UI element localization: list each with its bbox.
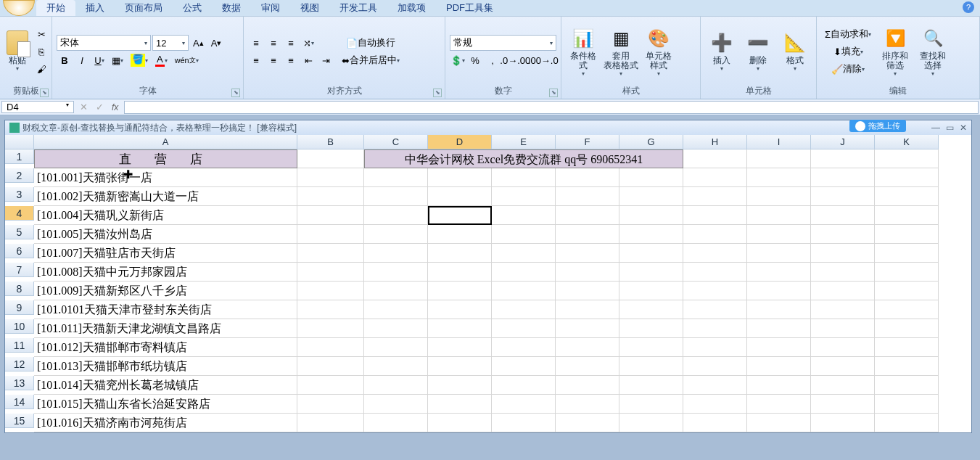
cell-K14[interactable] [875,395,939,414]
align-middle-button[interactable]: ≡ [265,35,281,51]
delete-cells-button[interactable]: ➖删除▾ [741,20,775,83]
cell-I11[interactable] [747,338,811,357]
name-box[interactable]: D4 ▾ [1,101,74,113]
cell-K7[interactable] [875,263,939,282]
cell-J14[interactable] [811,395,875,414]
cell-J12[interactable] [811,357,875,376]
cell-K6[interactable] [875,244,939,263]
cut-button[interactable]: ✂ [33,26,49,42]
tab-加载项[interactable]: 加载项 [387,0,436,16]
tab-插入[interactable]: 插入 [75,0,115,16]
dialog-launcher-icon[interactable]: ⬊ [433,89,442,97]
cell-K13[interactable] [875,376,939,395]
cell-F6[interactable] [556,244,619,263]
cell-H4[interactable] [683,206,747,225]
cell-C3[interactable] [364,187,428,206]
cell-H9[interactable] [683,300,747,319]
cell-G5[interactable] [619,225,683,244]
cell-H8[interactable] [683,282,747,300]
find-select-button[interactable]: 🔍查找和 选择▾ [915,20,950,83]
cell-F4[interactable] [556,206,619,225]
cell-D12[interactable] [428,357,492,376]
dialog-launcher-icon[interactable]: ⬊ [231,89,240,97]
cell-C4[interactable] [364,206,428,225]
minimize-icon[interactable]: — [931,123,940,133]
cell-K5[interactable] [875,225,939,244]
orientation-button[interactable]: ⤭▾ [300,35,317,51]
cell-A13[interactable]: [101.014]天猫兖州长葛老城镇店 [34,376,297,395]
enter-icon[interactable]: ✓ [91,99,107,115]
cell-J10[interactable] [811,319,875,338]
row-header-2[interactable]: 2 [5,168,34,183]
dialog-launcher-icon[interactable]: ⬊ [40,89,49,97]
cell-F14[interactable] [556,395,619,414]
tab-页面布局[interactable]: 页面布局 [115,0,173,16]
cell-I13[interactable] [747,376,811,395]
cell-G6[interactable] [619,244,683,263]
cell-G2[interactable] [619,168,683,187]
cell-E4[interactable] [492,206,556,225]
cell-I5[interactable] [747,225,811,244]
cell-I12[interactable] [747,357,811,376]
row-header-12[interactable]: 12 [5,357,34,371]
cell-F10[interactable] [556,319,619,338]
cell-B3[interactable] [297,187,364,206]
cell-K15[interactable] [875,414,939,432]
cell-G11[interactable] [619,338,683,357]
cell-r1-3[interactable] [875,149,939,168]
row-header-1[interactable]: 1 [5,149,34,164]
col-header-B[interactable]: B [297,135,364,149]
cell-J9[interactable] [811,300,875,319]
cell-K8[interactable] [875,282,939,300]
cell-E13[interactable] [492,376,556,395]
cell-D7[interactable] [428,263,492,282]
fx-icon[interactable]: fx [107,102,123,112]
cell-I2[interactable] [747,168,811,187]
cell-I15[interactable] [747,414,811,432]
cell-A11[interactable]: [101.012]天猫邯郸市寄料镇店 [34,338,297,357]
row-header-5[interactable]: 5 [5,225,34,239]
col-header-G[interactable]: G [619,135,683,149]
cell-D13[interactable] [428,376,492,395]
cell-K3[interactable] [875,187,939,206]
cell-B2[interactable] [297,168,364,187]
cell-E6[interactable] [492,244,556,263]
align-left-button[interactable]: ≡ [248,52,264,68]
cell-H15[interactable] [683,414,747,432]
cell-D11[interactable] [428,338,492,357]
cell-D14[interactable] [428,395,492,414]
col-header-K[interactable]: K [875,135,939,149]
upload-badge[interactable]: 拖拽上传 [849,120,906,132]
cell-J13[interactable] [811,376,875,395]
row-header-11[interactable]: 11 [5,338,34,353]
cell-E8[interactable] [492,282,556,300]
cell-C7[interactable] [364,263,428,282]
cell-B13[interactable] [297,376,364,395]
cancel-icon[interactable]: ✕ [75,99,91,115]
cell-A7[interactable]: [101.008]天猫中元万邦家园店 [34,263,297,282]
insert-cells-button[interactable]: ➕插入▾ [705,20,738,83]
col-header-I[interactable]: I [747,135,811,149]
cell-F12[interactable] [556,357,619,376]
cell-H5[interactable] [683,225,747,244]
cell-B8[interactable] [297,282,364,300]
cell-C14[interactable] [364,395,428,414]
cell-D9[interactable] [428,300,492,319]
merge-center-button[interactable]: ⬌ 合并后居中 ▾ [337,52,405,68]
cell-K9[interactable] [875,300,939,319]
select-all-corner[interactable] [5,135,34,149]
cell-J3[interactable] [811,187,875,206]
cell-D10[interactable] [428,319,492,338]
cell-C12[interactable] [364,357,428,376]
cell-E3[interactable] [492,187,556,206]
align-bottom-button[interactable]: ≡ [283,35,299,51]
copy-button[interactable]: ⎘ [33,44,49,59]
percent-button[interactable]: % [467,52,483,68]
cell-G7[interactable] [619,263,683,282]
cell-I14[interactable] [747,395,811,414]
cell-H13[interactable] [683,376,747,395]
cell-C11[interactable] [364,338,428,357]
increase-decimal-button[interactable]: .0→.00 [502,52,529,68]
cell-G13[interactable] [619,376,683,395]
col-header-C[interactable]: C [364,135,428,149]
